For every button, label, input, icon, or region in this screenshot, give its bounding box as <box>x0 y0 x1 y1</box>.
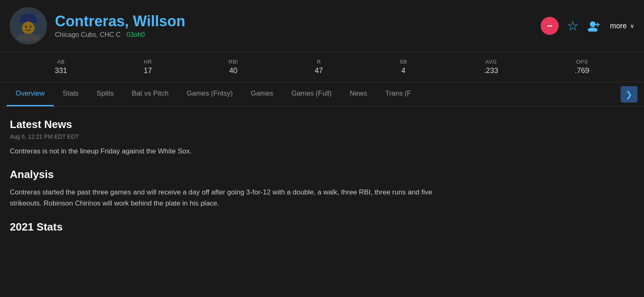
more-button[interactable]: more ∨ <box>610 22 634 30</box>
stat-label: RBI <box>228 59 238 65</box>
player-status: 03oh0 <box>127 31 145 38</box>
news-body: Contreras is not in the lineup Friday ag… <box>10 146 634 157</box>
chevron-down-icon: ∨ <box>630 23 634 29</box>
tabs-scroll-right-button[interactable]: ❯ <box>621 86 637 103</box>
player-team: Chicago Cubs, CHC C <box>55 31 121 38</box>
more-label: more <box>610 22 627 30</box>
stat-value: 40 <box>228 66 238 75</box>
analysis-title: Analysis <box>10 168 634 181</box>
svg-point-4 <box>22 21 35 34</box>
add-user-icon <box>587 20 602 32</box>
stat-label: AVG <box>484 59 498 65</box>
add-to-team-button[interactable] <box>587 20 602 32</box>
tab-games-fntsy[interactable]: Games (Fntsy) <box>178 82 242 106</box>
stat-value: 4 <box>400 66 407 75</box>
stat-value: 47 <box>315 66 323 75</box>
stat-label: R <box>315 59 323 65</box>
svg-text:C: C <box>27 16 30 21</box>
tab-trans[interactable]: Trans (F <box>376 82 420 106</box>
svg-point-5 <box>25 26 27 27</box>
stat-label: SB <box>400 59 407 65</box>
stat-label: HR <box>144 59 152 65</box>
analysis-body: Contreras started the past three games a… <box>10 187 461 209</box>
player-avatar: C <box>10 7 47 44</box>
latest-news-section: Latest News Aug 6, 12:21 PM EDT EDT Cont… <box>10 118 634 157</box>
stat-label: AB <box>55 59 67 65</box>
player-meta: Chicago Cubs, CHC C 03oh0 <box>55 31 541 39</box>
latest-news-title: Latest News <box>10 118 634 131</box>
stat-item-hr: HR 17 <box>144 59 152 75</box>
tabs-container: OverviewStatsSplitsBat vs PitchGames (Fn… <box>0 82 644 107</box>
stats-2021-title: 2021 Stats <box>10 221 634 233</box>
stat-item-r: R 47 <box>315 59 323 75</box>
tab-bat-vs-pitch[interactable]: Bat vs Pitch <box>123 82 178 106</box>
tab-games-full[interactable]: Games (Full) <box>282 82 340 106</box>
player-name: Contreras, Willson <box>55 13 541 30</box>
svg-point-6 <box>30 26 32 27</box>
tab-stats[interactable]: Stats <box>54 82 88 106</box>
star-icon: ☆ <box>567 18 579 34</box>
watchlist-button[interactable]: ☆ <box>567 18 579 34</box>
stat-value: 331 <box>55 66 67 75</box>
stat-value: .769 <box>575 66 589 75</box>
svg-point-8 <box>16 34 40 41</box>
stat-item-rbi: RBI 40 <box>228 59 238 75</box>
stats-2021-section: 2021 Stats <box>10 221 634 233</box>
news-timestamp: Aug 6, 12:21 PM EDT EDT <box>10 133 634 140</box>
svg-point-9 <box>590 21 596 27</box>
header-actions: − ☆ more ∨ <box>541 17 634 35</box>
svg-point-10 <box>588 27 598 32</box>
stat-item-avg: AVG .233 <box>484 59 498 75</box>
drop-player-button[interactable]: − <box>541 17 559 35</box>
tab-games[interactable]: Games <box>242 82 282 106</box>
stat-value: .233 <box>484 66 498 75</box>
content-area: Latest News Aug 6, 12:21 PM EDT EDT Cont… <box>0 107 644 245</box>
player-info: Contreras, Willson Chicago Cubs, CHC C 0… <box>55 13 541 39</box>
stat-value: 17 <box>144 66 152 75</box>
tab-news[interactable]: News <box>340 82 376 106</box>
player-header: C Contreras, Willson Chicago Cubs, CHC C… <box>0 0 644 52</box>
stat-item-ab: AB 331 <box>55 59 67 75</box>
tab-overview[interactable]: Overview <box>7 82 54 106</box>
analysis-section: Analysis Contreras started the past thre… <box>10 168 634 209</box>
stat-label: OPS <box>575 59 589 65</box>
stat-item-ops: OPS .769 <box>575 59 589 75</box>
tab-splits[interactable]: Splits <box>88 82 123 106</box>
stats-row: AB 331 HR 17 RBI 40 R 47 SB 4 AVG .233 O… <box>0 52 644 82</box>
stat-item-sb: SB 4 <box>400 59 407 75</box>
